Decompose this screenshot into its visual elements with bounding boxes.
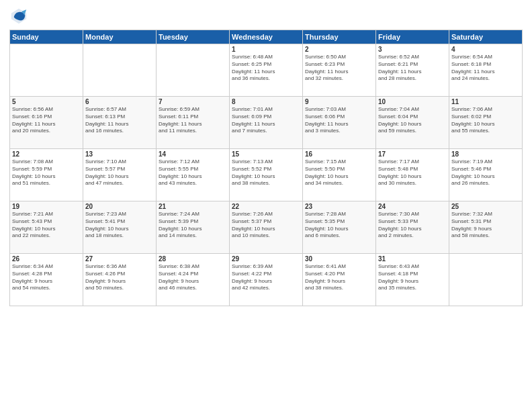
day-number: 7	[159, 98, 227, 105]
calendar-cell: 24Sunrise: 7:30 AM Sunset: 5:33 PM Dayli…	[376, 201, 449, 254]
day-info: Sunrise: 7:17 AM Sunset: 5:48 PM Dayligh…	[378, 158, 447, 187]
weekday-header-saturday: Saturday	[449, 30, 523, 44]
calendar-cell: 5Sunrise: 6:56 AM Sunset: 6:16 PM Daylig…	[10, 97, 83, 149]
calendar-cell	[157, 44, 230, 97]
calendar-cell: 1Sunrise: 6:48 AM Sunset: 6:25 PM Daylig…	[230, 44, 303, 97]
calendar-cell: 8Sunrise: 7:01 AM Sunset: 6:09 PM Daylig…	[230, 97, 303, 149]
day-info: Sunrise: 6:34 AM Sunset: 4:28 PM Dayligh…	[12, 263, 81, 292]
calendar-cell: 27Sunrise: 6:36 AM Sunset: 4:26 PM Dayli…	[83, 254, 157, 306]
day-info: Sunrise: 6:50 AM Sunset: 6:23 PM Dayligh…	[305, 54, 373, 83]
day-number: 25	[451, 203, 520, 210]
day-number: 3	[378, 46, 447, 53]
day-number: 24	[378, 203, 447, 210]
day-info: Sunrise: 7:30 AM Sunset: 5:33 PM Dayligh…	[378, 211, 447, 240]
day-info: Sunrise: 7:08 AM Sunset: 5:59 PM Dayligh…	[12, 158, 81, 187]
day-info: Sunrise: 7:06 AM Sunset: 6:02 PM Dayligh…	[451, 106, 520, 135]
day-info: Sunrise: 6:52 AM Sunset: 6:21 PM Dayligh…	[378, 54, 447, 83]
calendar-cell: 7Sunrise: 6:59 AM Sunset: 6:11 PM Daylig…	[157, 97, 230, 149]
calendar-week-row: 19Sunrise: 7:21 AM Sunset: 5:43 PM Dayli…	[10, 201, 523, 254]
day-number: 2	[305, 46, 373, 53]
day-number: 30	[305, 255, 373, 263]
calendar-cell: 2Sunrise: 6:50 AM Sunset: 6:23 PM Daylig…	[303, 44, 376, 97]
logo	[9, 7, 31, 26]
calendar-week-row: 26Sunrise: 6:34 AM Sunset: 4:28 PM Dayli…	[10, 254, 523, 306]
calendar-cell	[449, 254, 523, 306]
day-number: 15	[232, 150, 300, 158]
day-info: Sunrise: 6:54 AM Sunset: 6:18 PM Dayligh…	[451, 54, 520, 83]
day-number: 17	[378, 150, 447, 158]
day-number: 18	[451, 150, 520, 158]
weekday-header-friday: Friday	[376, 30, 449, 44]
weekday-header-sunday: Sunday	[10, 30, 83, 44]
calendar-cell: 28Sunrise: 6:38 AM Sunset: 4:24 PM Dayli…	[157, 254, 230, 306]
day-info: Sunrise: 7:01 AM Sunset: 6:09 PM Dayligh…	[232, 106, 300, 135]
day-info: Sunrise: 6:39 AM Sunset: 4:22 PM Dayligh…	[232, 263, 300, 292]
calendar-cell	[10, 44, 83, 97]
day-number: 28	[159, 255, 227, 263]
day-number: 1	[232, 46, 300, 53]
day-number: 19	[12, 203, 81, 210]
day-number: 9	[305, 98, 373, 105]
day-number: 16	[305, 150, 373, 158]
day-number: 5	[12, 98, 81, 105]
calendar-week-row: 12Sunrise: 7:08 AM Sunset: 5:59 PM Dayli…	[10, 149, 523, 201]
calendar-cell: 14Sunrise: 7:12 AM Sunset: 5:55 PM Dayli…	[157, 149, 230, 201]
day-info: Sunrise: 7:10 AM Sunset: 5:57 PM Dayligh…	[85, 158, 154, 187]
day-info: Sunrise: 7:04 AM Sunset: 6:04 PM Dayligh…	[378, 106, 447, 135]
day-info: Sunrise: 6:59 AM Sunset: 6:11 PM Dayligh…	[159, 106, 227, 135]
calendar-cell: 31Sunrise: 6:43 AM Sunset: 4:18 PM Dayli…	[376, 254, 449, 306]
day-info: Sunrise: 7:03 AM Sunset: 6:06 PM Dayligh…	[305, 106, 373, 135]
day-info: Sunrise: 7:26 AM Sunset: 5:37 PM Dayligh…	[232, 211, 300, 240]
day-number: 11	[451, 98, 520, 105]
day-number: 27	[85, 255, 154, 263]
calendar-cell: 30Sunrise: 6:41 AM Sunset: 4:20 PM Dayli…	[303, 254, 376, 306]
day-info: Sunrise: 7:23 AM Sunset: 5:41 PM Dayligh…	[85, 211, 154, 240]
day-info: Sunrise: 6:56 AM Sunset: 6:16 PM Dayligh…	[12, 106, 81, 135]
day-number: 21	[159, 203, 227, 210]
calendar-cell: 23Sunrise: 7:28 AM Sunset: 5:35 PM Dayli…	[303, 201, 376, 254]
day-info: Sunrise: 7:28 AM Sunset: 5:35 PM Dayligh…	[305, 211, 373, 240]
calendar-cell	[83, 44, 157, 97]
calendar-cell: 12Sunrise: 7:08 AM Sunset: 5:59 PM Dayli…	[10, 149, 83, 201]
day-number: 23	[305, 203, 373, 210]
calendar-cell: 26Sunrise: 6:34 AM Sunset: 4:28 PM Dayli…	[10, 254, 83, 306]
day-number: 6	[85, 98, 154, 105]
calendar-cell: 6Sunrise: 6:57 AM Sunset: 6:13 PM Daylig…	[83, 97, 157, 149]
day-info: Sunrise: 6:43 AM Sunset: 4:18 PM Dayligh…	[378, 263, 447, 292]
day-number: 22	[232, 203, 300, 210]
weekday-header-monday: Monday	[83, 30, 157, 44]
day-info: Sunrise: 7:21 AM Sunset: 5:43 PM Dayligh…	[12, 211, 81, 240]
day-number: 10	[378, 98, 447, 105]
weekday-header-wednesday: Wednesday	[230, 30, 303, 44]
calendar-cell: 9Sunrise: 7:03 AM Sunset: 6:06 PM Daylig…	[303, 97, 376, 149]
calendar-cell: 3Sunrise: 6:52 AM Sunset: 6:21 PM Daylig…	[376, 44, 449, 97]
day-number: 12	[12, 150, 81, 158]
weekday-header-tuesday: Tuesday	[157, 30, 230, 44]
calendar-week-row: 1Sunrise: 6:48 AM Sunset: 6:25 PM Daylig…	[10, 44, 523, 97]
calendar-cell: 17Sunrise: 7:17 AM Sunset: 5:48 PM Dayli…	[376, 149, 449, 201]
page: SundayMondayTuesdayWednesdayThursdayFrid…	[0, 0, 532, 411]
weekday-header-thursday: Thursday	[303, 30, 376, 44]
day-number: 13	[85, 150, 154, 158]
calendar-week-row: 5Sunrise: 6:56 AM Sunset: 6:16 PM Daylig…	[10, 97, 523, 149]
day-info: Sunrise: 7:32 AM Sunset: 5:31 PM Dayligh…	[451, 211, 520, 240]
day-number: 20	[85, 203, 154, 210]
day-info: Sunrise: 6:41 AM Sunset: 4:20 PM Dayligh…	[305, 263, 373, 292]
calendar-cell: 20Sunrise: 7:23 AM Sunset: 5:41 PM Dayli…	[83, 201, 157, 254]
day-number: 8	[232, 98, 300, 105]
calendar-cell: 18Sunrise: 7:19 AM Sunset: 5:46 PM Dayli…	[449, 149, 523, 201]
calendar-table: SundayMondayTuesdayWednesdayThursdayFrid…	[9, 30, 523, 306]
day-number: 14	[159, 150, 227, 158]
weekday-header-row: SundayMondayTuesdayWednesdayThursdayFrid…	[10, 30, 523, 44]
calendar-cell: 22Sunrise: 7:26 AM Sunset: 5:37 PM Dayli…	[230, 201, 303, 254]
calendar-cell: 11Sunrise: 7:06 AM Sunset: 6:02 PM Dayli…	[449, 97, 523, 149]
day-number: 26	[12, 255, 81, 263]
day-info: Sunrise: 6:57 AM Sunset: 6:13 PM Dayligh…	[85, 106, 154, 135]
header	[9, 7, 523, 26]
calendar-cell: 10Sunrise: 7:04 AM Sunset: 6:04 PM Dayli…	[376, 97, 449, 149]
calendar-cell: 13Sunrise: 7:10 AM Sunset: 5:57 PM Dayli…	[83, 149, 157, 201]
calendar-cell: 21Sunrise: 7:24 AM Sunset: 5:39 PM Dayli…	[157, 201, 230, 254]
day-number: 31	[378, 255, 447, 263]
calendar-cell: 25Sunrise: 7:32 AM Sunset: 5:31 PM Dayli…	[449, 201, 523, 254]
day-info: Sunrise: 7:12 AM Sunset: 5:55 PM Dayligh…	[159, 158, 227, 187]
